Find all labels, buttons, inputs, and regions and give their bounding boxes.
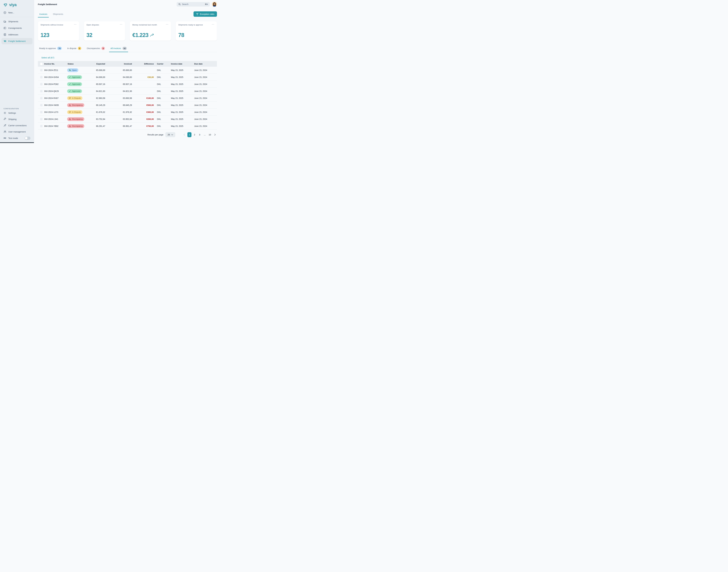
more-options-icon[interactable]: ⋯	[74, 24, 77, 25]
invoiced-amount: €8.645,29	[106, 104, 133, 106]
test-mode-toggle[interactable]	[24, 137, 30, 140]
previous-page-button[interactable]	[182, 132, 187, 137]
status-cell: In Dispute	[66, 96, 86, 100]
pager: 123...10	[182, 132, 217, 137]
next-page-button[interactable]	[213, 132, 217, 137]
page-button[interactable]: 3	[198, 132, 202, 137]
status-badge: Discrepancy	[67, 103, 84, 107]
sidebar-item-carrier-connections[interactable]: Carrier connections	[0, 122, 34, 129]
toggle-knob	[25, 137, 27, 140]
select-all-checkbox[interactable]	[40, 63, 43, 65]
row-checkbox[interactable]	[40, 97, 43, 99]
difference-amount: €500,00	[133, 104, 155, 106]
row-checkbox[interactable]	[40, 125, 43, 127]
column-header: Invoice No.	[44, 63, 66, 65]
table-row[interactable]: INV-2024-YB92 Discrepancy €6.291,47 €6.9…	[38, 123, 217, 130]
column-header: Due date	[192, 63, 216, 65]
table-row[interactable]: INV-2024-QK29 Approved €4.821,93 €4.821,…	[38, 88, 217, 95]
new-button[interactable]: New...	[0, 9, 34, 16]
invoiced-amount: €9.507,16	[106, 83, 133, 85]
due-date: June 23, 2024	[192, 69, 216, 71]
status-cell: Discrepancy	[66, 117, 86, 121]
stat-card-open-disputes: Open disputes ⋯ 32	[84, 21, 125, 41]
status-cell: Discrepancy	[66, 103, 86, 107]
filter-lines-icon	[196, 13, 199, 15]
tab-invoices[interactable]: Invoices	[38, 13, 49, 17]
row-checkbox[interactable]	[40, 69, 43, 71]
difference-amount: €300,00	[133, 111, 155, 113]
table-row[interactable]: INV-2024-GH54 Approved €4.000,00 €4.030,…	[38, 74, 217, 81]
stat-cards: Shipments without invoice ⋯ 123 Open dis…	[38, 21, 217, 41]
row-checkbox[interactable]	[40, 90, 43, 92]
page-button[interactable]: 2	[193, 132, 197, 137]
filter-tab-discrepancies[interactable]: Discrepancies 8	[87, 47, 105, 52]
configuration-heading: CONFIGURATION	[0, 108, 34, 110]
sidebar-item-consignments[interactable]: Consignments	[1, 25, 32, 31]
users-icon	[3, 130, 6, 133]
chevron-right-icon	[214, 134, 216, 136]
expected-amount: €2.963,58	[86, 97, 106, 99]
invoice-date: May 23, 2025	[169, 118, 192, 120]
plus-circle-icon	[3, 11, 6, 14]
table-row[interactable]: INV-2024-UJ73 In Dispute €1.678,32 €1.97…	[38, 109, 217, 116]
table-row[interactable]: INV-2024-ZE11 Open €5.000,00 €5.000,00 D…	[38, 67, 217, 74]
due-date: June 23, 2024	[192, 97, 216, 99]
page-button[interactable]: 10	[208, 132, 212, 137]
gear-icon	[3, 112, 6, 114]
sidebar-item-label: User management	[8, 131, 26, 133]
table-row[interactable]: INV-2024-PD82 Approved €9.507,16 €9.507,…	[38, 81, 217, 88]
chevron-down-icon	[171, 134, 173, 136]
sidebar-spacer	[0, 45, 34, 108]
more-options-icon[interactable]: ⋯	[166, 24, 168, 25]
expected-amount: €8.145,29	[86, 104, 106, 106]
search-input[interactable]	[182, 3, 203, 5]
exception-rules-button[interactable]: Exception rules	[194, 11, 217, 17]
row-checkbox[interactable]	[40, 111, 43, 113]
sidebar-item-settings[interactable]: Settings	[0, 110, 34, 116]
table-header: Invoice No. Status Expected Invoiced Dif…	[38, 61, 217, 67]
tab-shipments[interactable]: Shipments	[51, 13, 65, 17]
table-row[interactable]: INV-2024-LS41 Discrepancy €3.752,84 €3.9…	[38, 116, 217, 123]
barrier-icon	[3, 137, 6, 140]
container-icon	[3, 27, 6, 29]
card-value: 78	[178, 32, 214, 38]
warning-triangle-icon	[69, 104, 71, 106]
results-per-page-select[interactable]: 25	[165, 132, 175, 137]
address-book-icon	[3, 33, 6, 36]
table-row[interactable]: INV-2024-VM35 Discrepancy €8.145,29 €8.6…	[38, 102, 217, 109]
row-checkbox[interactable]	[40, 76, 43, 78]
select-all-link[interactable]: Select all (67)	[38, 57, 54, 59]
row-checkbox[interactable]	[40, 83, 43, 85]
row-checkbox[interactable]	[40, 118, 43, 120]
filter-tab-all-invoices[interactable]: All invoices 92	[111, 47, 127, 52]
status-cell: Approved	[66, 89, 86, 93]
sidebar-item-shipments[interactable]: Shipments	[1, 18, 32, 24]
status-cell: In Dispute	[66, 110, 86, 114]
sidebar-item-addresses[interactable]: Addresses	[1, 31, 32, 38]
due-date: June 23, 2024	[192, 76, 216, 78]
invoice-number: INV-2024-UJ73	[44, 111, 66, 113]
card-value: 123	[41, 32, 77, 38]
sidebar-item-user-management[interactable]: User management	[0, 129, 34, 135]
more-options-icon[interactable]: ⋯	[212, 24, 214, 25]
page-tabs: Invoices Shipments Exception rules	[38, 11, 217, 17]
filter-tab-label: Discrepancies	[87, 47, 100, 50]
row-checkbox[interactable]	[40, 104, 43, 106]
count-badge: 6	[78, 47, 81, 50]
filter-tab-ready-to-approve[interactable]: Ready to approve 78	[39, 47, 62, 52]
column-header: Difference	[133, 63, 155, 65]
due-date: June 23, 2024	[192, 104, 216, 106]
search-box[interactable]: ⌘K	[176, 2, 210, 7]
avatar[interactable]	[212, 2, 217, 7]
page-button[interactable]: 1	[188, 132, 192, 137]
sidebar-item-label: Shipping	[8, 118, 16, 121]
more-options-icon[interactable]: ⋯	[120, 24, 123, 25]
sidebar-item-shipping[interactable]: Shipping	[0, 116, 34, 122]
truck-icon	[3, 20, 6, 23]
table-row[interactable]: INV-2024-RX67 In Dispute €2.963,58 €3.06…	[38, 95, 217, 102]
invoice-number: INV-2024-YB92	[44, 125, 66, 127]
test-mode-row: Test mode	[0, 135, 34, 142]
filter-tab-in-dispute[interactable]: In dispute 6	[67, 47, 81, 52]
sidebar-item-freight-settlement[interactable]: Freight Settlement	[1, 38, 32, 44]
invoice-number: INV-2024-PD82	[44, 83, 66, 85]
